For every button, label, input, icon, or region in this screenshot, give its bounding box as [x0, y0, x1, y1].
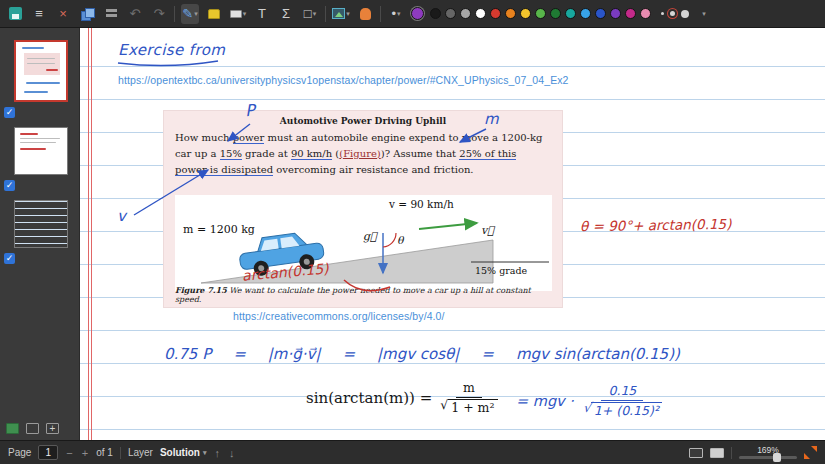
gravity-vector-label: g⃗ — [363, 230, 378, 243]
color-swatch[interactable] — [535, 8, 546, 19]
size-small-dot[interactable] — [661, 12, 664, 15]
image-tool-button[interactable]: ▾ — [332, 4, 350, 24]
layer-dropdown[interactable]: Solution▾ — [160, 447, 207, 458]
radicand: 1 + m² — [448, 399, 497, 416]
color-swatch[interactable] — [475, 8, 486, 19]
toolbar-separator — [325, 6, 326, 22]
fraction-numerator: 0.15 — [601, 383, 643, 401]
ink-speed-label: v — [117, 207, 126, 225]
equals-sign: = — [233, 345, 246, 363]
pages-sidebar: ✓ ✓ ✓ + — [0, 28, 80, 440]
page-checkbox[interactable]: ✓ — [4, 180, 15, 191]
color-swatch[interactable] — [430, 8, 441, 19]
fraction-denominator: √1+ (0.15)² — [583, 401, 662, 419]
fraction-denominator: √1 + m² — [440, 398, 497, 416]
color-swatch[interactable] — [610, 8, 621, 19]
menu-icon: ≡ — [35, 6, 43, 21]
grade-label: 15% grade — [475, 265, 528, 276]
close-document-button[interactable]: × — [54, 4, 72, 24]
presentation-mode-icon[interactable] — [710, 448, 724, 458]
eraser-icon — [230, 10, 242, 18]
page-number-input[interactable]: 1 — [38, 445, 58, 460]
thumbnail-content — [20, 138, 60, 139]
arrow-up-icon: ↑ — [214, 447, 220, 459]
duplicate-page-button[interactable] — [78, 4, 96, 24]
color-swatch[interactable] — [625, 8, 636, 19]
layer-up-button[interactable]: ↑ — [213, 447, 221, 459]
zoom-slider-handle[interactable] — [773, 453, 781, 462]
ink-theta-equation: θ = 90°+ arctan(0.15) — [580, 216, 732, 235]
plus-icon: + — [50, 423, 56, 434]
source-url-text[interactable]: https://opentextbc.ca/universityphysicsv… — [118, 74, 569, 86]
shape-tool-button[interactable]: □▾ — [301, 4, 319, 24]
save-button[interactable] — [6, 4, 24, 24]
pen-tool-button[interactable]: ✎▾ — [181, 4, 199, 24]
sidebar-footer: + — [0, 417, 79, 440]
stroke-width-button[interactable]: •▾ — [387, 4, 405, 24]
margin-line — [88, 28, 89, 440]
work-equation-line: 0.75 P = |m·g⃗·v⃗| = |mgv cosθ| = mgv si… — [164, 345, 680, 363]
layer-value: Solution — [160, 447, 200, 458]
dual-screen-icon[interactable] — [689, 448, 703, 458]
color-swatch[interactable] — [550, 8, 561, 19]
undo-button[interactable]: ↶ — [126, 4, 144, 24]
color-swatch[interactable] — [640, 8, 651, 19]
layers-panel-button[interactable] — [102, 4, 120, 24]
eraser-tool-button[interactable]: ▾ — [229, 4, 247, 24]
color-swatch[interactable] — [490, 8, 501, 19]
hand-icon — [360, 8, 371, 20]
license-url-text[interactable]: https://creativecommons.org/licenses/by/… — [233, 310, 445, 322]
hand-tool-button[interactable] — [356, 4, 374, 24]
color-swatch[interactable] — [520, 8, 531, 19]
body-text: 15% — [220, 148, 242, 160]
fullscreen-icon[interactable] — [804, 446, 817, 459]
page-decrement-button[interactable]: − — [65, 447, 73, 459]
layers-icon — [105, 8, 118, 20]
work-term: 0.75 P — [164, 345, 211, 363]
page-checkbox[interactable]: ✓ — [4, 253, 15, 264]
page-checkbox[interactable]: ✓ — [4, 107, 15, 118]
current-color-swatch[interactable] — [411, 7, 424, 20]
highlighter-tool-button[interactable] — [205, 4, 223, 24]
page-increment-button[interactable]: + — [81, 447, 89, 459]
heading-underline-stroke — [118, 61, 218, 66]
statusbar-separator — [120, 447, 121, 459]
zoom-slider[interactable] — [739, 456, 797, 459]
color-swatch[interactable] — [580, 8, 591, 19]
text-tool-icon: T — [258, 6, 266, 21]
arrow-down-icon: ↓ — [229, 447, 235, 459]
text-tool-button[interactable]: T — [253, 4, 271, 24]
page-thumbnail-3[interactable] — [14, 200, 68, 248]
image-icon — [332, 8, 345, 19]
size-medium-dot[interactable] — [670, 11, 675, 16]
layer-down-button[interactable]: ↓ — [228, 447, 236, 459]
size-large-dot[interactable] — [681, 10, 689, 18]
page-thumbnail-2[interactable] — [14, 127, 68, 175]
pen-icon: ✎ — [182, 6, 193, 21]
main-toolbar: ≡ × ↶ ↷ ✎▾ ▾ T Σ □▾ ▾ •▾ — [0, 0, 825, 28]
menu-button[interactable]: ≡ — [30, 4, 48, 24]
document-canvas[interactable]: Exercise from https://opentextbc.ca/univ… — [80, 28, 825, 440]
page-thumbnail-1[interactable] — [14, 40, 68, 102]
thumbnail-content — [24, 53, 60, 75]
redo-button[interactable]: ↷ — [150, 4, 168, 24]
grid-view-icon[interactable] — [26, 423, 39, 434]
color-swatch[interactable] — [460, 8, 471, 19]
math-tool-button[interactable]: Σ — [277, 4, 295, 24]
chevron-down-icon: ▾ — [243, 10, 247, 18]
caption-text: We want to calculate the power needed to… — [175, 286, 531, 304]
speed-label: v = 90 km/h — [388, 198, 454, 210]
import-page-icon[interactable] — [6, 423, 19, 434]
theta-angle-arc — [383, 233, 396, 247]
color-swatch[interactable] — [505, 8, 516, 19]
work-result-line: = mgv · 0.15 √1+ (0.15)² — [516, 383, 662, 418]
toolbar-overflow-button[interactable]: ▾ — [695, 4, 713, 24]
add-page-icon[interactable]: + — [46, 423, 59, 434]
color-swatch[interactable] — [565, 8, 576, 19]
exercise-body: How much power must an automobile engine… — [175, 130, 551, 177]
color-swatch[interactable] — [445, 8, 456, 19]
color-swatch[interactable] — [595, 8, 606, 19]
thumbnail-content — [20, 148, 46, 150]
result-lead: = mgv · — [516, 393, 574, 409]
thumbnail-content — [24, 91, 48, 93]
